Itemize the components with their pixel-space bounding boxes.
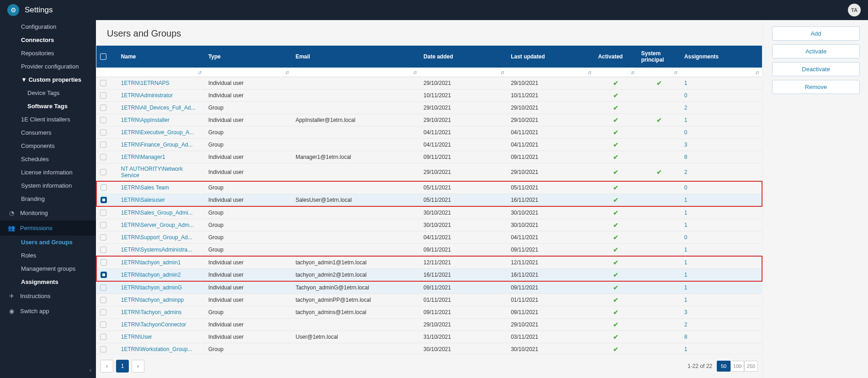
page-next-button[interactable]: ›	[132, 360, 144, 373]
row-checkbox[interactable]	[100, 297, 106, 303]
user-name-link[interactable]: 1ETRN\Executive_Group_A...	[121, 129, 194, 136]
sidebar-item[interactable]: ▼ Custom properties	[0, 73, 96, 86]
assignments-link[interactable]: 8	[684, 154, 688, 160]
row-checkbox[interactable]	[100, 222, 106, 228]
page-1-button[interactable]: 1	[116, 360, 129, 373]
sidebar-item[interactable]: Connectors	[0, 33, 96, 47]
row-checkbox[interactable]	[101, 197, 107, 203]
col-system[interactable]: System principal	[637, 46, 680, 68]
row-checkbox[interactable]	[100, 129, 106, 136]
select-all-checkbox[interactable]	[100, 53, 106, 60]
table-row[interactable]: 1ETRN\tachyon_admin1Individual usertachy…	[96, 256, 762, 269]
user-name-link[interactable]: 1ETRN\Sales Team	[121, 184, 169, 191]
assignments-link[interactable]: 3	[684, 142, 688, 148]
sort-icon[interactable]: ↓↑	[674, 69, 677, 75]
page-size-button[interactable]: 250	[744, 361, 758, 372]
user-name-link[interactable]: 1ETRN\User	[121, 334, 152, 340]
row-checkbox[interactable]	[100, 105, 106, 111]
user-name-link[interactable]: 1ETRN\Sales_Group_Admi...	[121, 210, 193, 216]
row-checkbox[interactable]	[100, 234, 106, 241]
sidebar-item[interactable]: License information	[0, 166, 96, 179]
page-size-button[interactable]: 50	[717, 361, 730, 372]
table-row[interactable]: 1ETRN\Workstation_Group...Group30/10/202…	[96, 343, 762, 354]
user-name-link[interactable]: 1ETRN\Support_Group_Ad...	[121, 234, 192, 241]
assignments-link[interactable]: 0	[684, 184, 688, 191]
table-row[interactable]: 1ETRN\All_Devices_Full_Ad...Group29/10/2…	[96, 102, 762, 114]
collapse-sidebar-icon[interactable]: ‹	[90, 367, 91, 373]
row-checkbox[interactable]	[100, 284, 106, 291]
col-type[interactable]: Type	[205, 46, 292, 68]
sidebar-item[interactable]: System information	[0, 179, 96, 192]
col-assignments[interactable]: Assignments	[681, 46, 762, 68]
row-checkbox[interactable]	[100, 210, 106, 216]
page-prev-button[interactable]: ‹	[101, 360, 113, 373]
assignments-link[interactable]: 1	[684, 210, 688, 216]
user-name-link[interactable]: 1ETRN\Salesuser	[121, 197, 165, 203]
table-row[interactable]: 1ETRN\Support_Group_Ad...Group04/11/2021…	[96, 231, 762, 244]
row-checkbox[interactable]	[100, 92, 106, 99]
user-name-link[interactable]: 1ETRN\Finance_Group_Ad...	[121, 142, 193, 148]
assignments-link[interactable]: 1	[684, 197, 688, 203]
row-checkbox[interactable]	[100, 169, 106, 175]
table-row[interactable]: 1ETRN\Sales TeamGroup05/11/202105/11/202…	[96, 181, 762, 194]
user-name-link[interactable]: 1ETRN\AppInstaller	[121, 117, 169, 123]
assignments-link[interactable]: 1	[684, 284, 688, 291]
row-checkbox[interactable]	[101, 259, 107, 266]
assignments-link[interactable]: 0	[684, 234, 688, 241]
sidebar-item[interactable]: Consumers	[0, 126, 96, 139]
sidebar-item[interactable]: Device Tags	[0, 86, 96, 100]
assignments-link[interactable]: 1	[684, 272, 688, 278]
user-name-link[interactable]: 1ETRN\tachyon_adminG	[121, 284, 182, 291]
user-name-link[interactable]: 1ETRN\Tachyon_admins	[121, 309, 182, 315]
activate-button[interactable]: Activate	[772, 44, 860, 58]
col-date[interactable]: Date added	[420, 46, 507, 68]
sidebar-item[interactable]: Roles	[0, 249, 96, 262]
sidebar-item[interactable]: Users and Groups	[0, 236, 96, 249]
sort-icon[interactable]: ↓↑	[198, 69, 201, 75]
assignments-link[interactable]: 2	[684, 105, 688, 111]
sort-icon[interactable]: ↓↑	[500, 69, 503, 75]
sidebar-item[interactable]: Configuration	[0, 20, 96, 33]
sort-icon[interactable]: ↓↑	[630, 69, 634, 75]
user-name-link[interactable]: 1ETRN\tachyon_admin1	[121, 259, 181, 266]
sidebar-item[interactable]: 1E Client installers	[0, 113, 96, 126]
table-row[interactable]: 1ETRN\tachyon_adminGIndividual userTachy…	[96, 281, 762, 294]
sidebar-item[interactable]: Management groups	[0, 262, 96, 275]
table-row[interactable]: 1ETRN\AdministratorIndividual user10/11/…	[96, 89, 762, 102]
remove-button[interactable]: Remove	[772, 80, 860, 94]
row-checkbox[interactable]	[100, 80, 106, 86]
table-row[interactable]: 1ETRN\SystemsAdministra...Group09/11/202…	[96, 244, 762, 257]
table-row[interactable]: 1ETRN\tachyon_admin2Individual usertachy…	[96, 269, 762, 282]
user-name-link[interactable]: 1ETRN\Administrator	[121, 92, 173, 99]
user-name-link[interactable]: 1ETRN\1ETRNAPS	[121, 80, 169, 86]
table-row[interactable]: 1ETRN\Manager1Individual userManager1@1e…	[96, 151, 762, 163]
add-button[interactable]: Add	[772, 26, 860, 41]
row-checkbox[interactable]	[100, 154, 106, 160]
table-row[interactable]: NT AUTHORITY\Network ServiceIndividual u…	[96, 163, 762, 182]
row-checkbox[interactable]	[101, 272, 107, 278]
row-checkbox[interactable]	[101, 184, 107, 191]
sidebar-section[interactable]: ✈Instructions	[0, 289, 96, 304]
row-checkbox[interactable]	[100, 334, 106, 340]
sidebar-item[interactable]: Schedules	[0, 152, 96, 166]
user-name-link[interactable]: 1ETRN\All_Devices_Full_Ad...	[121, 105, 196, 111]
sort-icon[interactable]: ↓↑	[587, 69, 591, 75]
table-row[interactable]: 1ETRN\Sales_Group_Admi...Group30/10/2021…	[96, 206, 762, 219]
assignments-link[interactable]: 2	[684, 321, 688, 328]
table-row[interactable]: 1ETRN\Executive_Group_A...Group04/11/202…	[96, 126, 762, 139]
deactivate-button[interactable]: Deactivate	[772, 62, 860, 76]
sidebar-item[interactable]: Provider configuration	[0, 60, 96, 73]
sidebar-item[interactable]: Components	[0, 139, 96, 152]
page-size-button[interactable]: 100	[730, 361, 744, 372]
user-name-link[interactable]: NT AUTHORITY\Network Service	[121, 166, 183, 178]
table-row[interactable]: 1ETRN\tachyon_adminppIndividual usertach…	[96, 294, 762, 306]
assignments-link[interactable]: 1	[684, 222, 688, 228]
col-updated[interactable]: Last updated	[507, 46, 594, 68]
assignments-link[interactable]: 1	[684, 346, 688, 352]
assignments-link[interactable]: 0	[684, 129, 688, 136]
user-name-link[interactable]: 1ETRN\SystemsAdministra...	[121, 247, 192, 253]
sort-icon[interactable]: ↓↑	[285, 69, 288, 75]
sidebar-item[interactable]: Repositories	[0, 47, 96, 60]
user-name-link[interactable]: 1ETRN\tachyon_admin2	[121, 272, 181, 278]
user-name-link[interactable]: 1ETRN\TachyonConnector	[121, 321, 186, 328]
